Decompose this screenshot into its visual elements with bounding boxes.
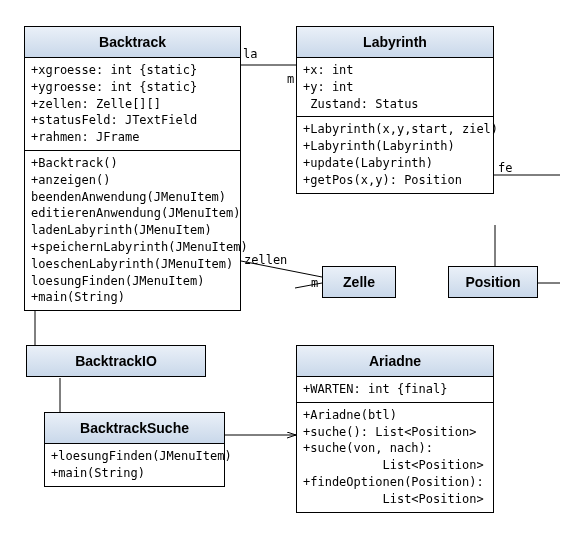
class-backtrackio: BacktrackIO <box>26 345 206 377</box>
multiplicity-m-left: m <box>287 72 294 86</box>
class-attributes: +xgroesse: int {static} +ygroesse: int {… <box>25 58 240 151</box>
class-title: Backtrack <box>25 27 240 58</box>
class-title: Ariadne <box>297 346 493 377</box>
class-operations: +Ariadne(btl) +suche(): List<Position> +… <box>297 403 493 512</box>
class-title: Zelle <box>343 274 375 290</box>
class-title: BacktrackIO <box>75 353 157 369</box>
uml-diagram: Backtrack +xgroesse: int {static} +ygroe… <box>0 0 576 540</box>
class-backtracksuche: BacktrackSuche +loesungFinden(JMenuItem)… <box>44 412 225 487</box>
class-operations: +Backtrack() +anzeigen() beendenAnwendun… <box>25 151 240 310</box>
class-title: Position <box>465 274 520 290</box>
class-ariadne: Ariadne +WARTEN: int {final} +Ariadne(bt… <box>296 345 494 513</box>
multiplicity-m-right: m <box>311 276 318 290</box>
assoc-label-fe: fe <box>498 161 512 175</box>
assoc-label-zellen: zellen <box>244 253 287 267</box>
class-title: BacktrackSuche <box>45 413 224 444</box>
class-attributes: +x: int +y: int Zustand: Status <box>297 58 493 117</box>
class-attributes: +WARTEN: int {final} <box>297 377 493 403</box>
class-backtrack: Backtrack +xgroesse: int {static} +ygroe… <box>24 26 241 311</box>
class-position: Position <box>448 266 538 298</box>
class-labyrinth: Labyrinth +x: int +y: int Zustand: Statu… <box>296 26 494 194</box>
class-operations: +Labyrinth(x,y,start, ziel) +Labyrinth(L… <box>297 117 493 192</box>
assoc-label-la: la <box>243 47 257 61</box>
class-operations: +loesungFinden(JMenuItem) +main(String) <box>45 444 224 486</box>
class-zelle: Zelle <box>322 266 396 298</box>
class-title: Labyrinth <box>297 27 493 58</box>
